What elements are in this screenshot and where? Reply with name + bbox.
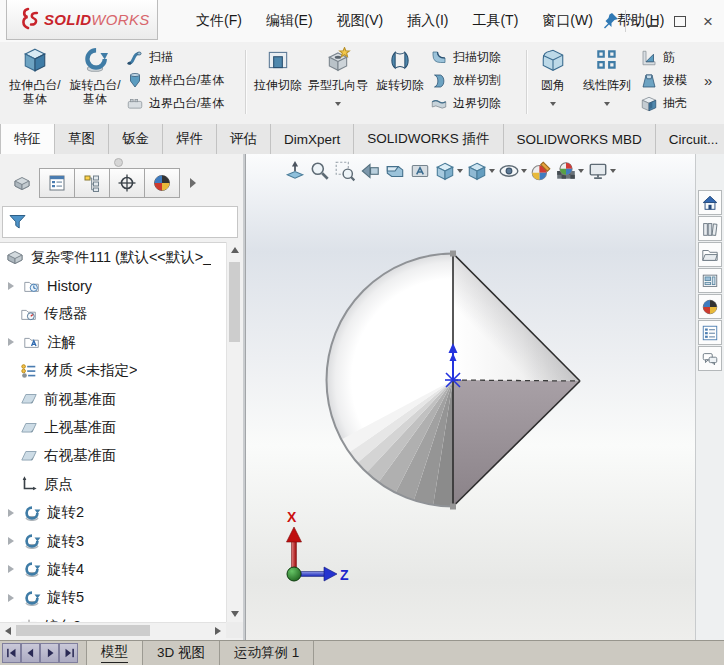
tree-item-origin[interactable]: 原点 [0,470,242,498]
view-palette-tab[interactable] [698,268,722,293]
displaymanager-tab[interactable] [144,168,180,198]
configurationmanager-tab[interactable] [74,168,110,198]
zoom-to-fit-icon[interactable] [284,160,306,182]
tab-dimxpert[interactable]: DimXpert [271,124,354,154]
section-view-icon[interactable] [384,160,406,182]
tab-features[interactable]: 特征 [0,124,55,154]
tree-item-right-plane[interactable]: 右视基准面 [0,442,242,470]
previous-sheet-button[interactable] [21,643,40,663]
extruded-cut-button[interactable]: 拉伸切除 [251,47,305,92]
revolved-boss-button[interactable]: 旋转凸台/基体 [66,47,124,106]
scrollbar-thumb[interactable] [16,625,150,636]
expand-arrow-icon[interactable] [8,509,14,517]
caret-down-icon[interactable] [630,19,636,23]
tree-item-sensors[interactable]: 传感器 [0,300,242,328]
scroll-down-arrow[interactable] [227,606,243,622]
tree-filter-input[interactable] [2,206,238,238]
boundary-cut-button[interactable]: 边界切除 [430,92,501,115]
menu-insert[interactable]: 插入(I) [395,12,460,30]
tree-item-revolve3[interactable]: 旋转3 [0,527,242,555]
scroll-right-arrow[interactable] [210,623,226,639]
chat-bubbles-icon [701,350,719,368]
menu-tools[interactable]: 工具(T) [460,12,530,30]
fillet-button[interactable]: 圆角 [531,47,575,110]
tab-sw-addins[interactable]: SOLIDWORKS 插件 [354,124,503,154]
featuremanager-tab[interactable] [4,168,40,198]
tab-circuitworks[interactable]: Circuit... [656,124,724,154]
loft-button[interactable]: 放样凸台/基体 [126,69,224,92]
maximize-button[interactable] [668,9,692,33]
graphics-viewport[interactable]: X Z [246,154,695,640]
tree-item-annotations[interactable]: 注解 [0,328,242,356]
tree-horizontal-scrollbar[interactable] [0,622,226,638]
tree-vertical-scrollbar[interactable] [226,242,242,622]
tab-sheet-metal[interactable]: 钣金 [109,124,163,154]
boundary-boss-button[interactable]: 边界凸台/基体 [126,92,224,115]
draft-button[interactable]: 拔模 [640,69,687,92]
ribbon-overflow-button[interactable]: » [704,72,712,89]
tree-item-front-plane[interactable]: 前视基准面 [0,385,242,413]
tree-item-root-part[interactable]: 复杂零件111 (默认<<默认>_ [0,243,242,271]
panel-expand-arrow[interactable] [190,178,196,188]
minimize-button[interactable] [640,9,664,33]
hole-wizard-button[interactable]: 异型孔向导 [305,47,371,110]
rib-button[interactable]: 筋 [640,46,687,69]
scroll-left-arrow[interactable] [0,623,16,639]
custom-properties-tab[interactable] [698,320,722,345]
zoom-to-area-icon[interactable] [309,160,331,182]
file-explorer-tab[interactable] [698,242,722,267]
last-sheet-button[interactable] [59,643,78,663]
annotation-view-icon[interactable] [409,160,431,182]
view-settings-button[interactable] [587,160,616,182]
tab-model[interactable]: 模型 [86,641,143,665]
scrollbar-thumb[interactable] [229,262,240,342]
apply-scene-button[interactable] [555,160,584,182]
menu-view[interactable]: 视图(V) [325,12,396,30]
shell-button[interactable]: 抽壳 [640,92,687,115]
design-library-tab[interactable] [698,216,722,241]
expand-arrow-icon[interactable] [8,565,14,573]
tab-sketch[interactable]: 草图 [55,124,109,154]
extruded-boss-button[interactable]: 拉伸凸台/基体 [6,47,64,106]
tree-item-history[interactable]: History [0,271,242,299]
tree-item-revolve4[interactable]: 旋转4 [0,555,242,583]
tab-3d-views[interactable]: 3D 视图 [143,641,220,665]
tree-item-top-plane[interactable]: 上视基准面 [0,413,242,441]
previous-view-icon[interactable] [359,160,381,182]
expand-arrow-icon[interactable] [8,282,14,290]
propertymanager-tab[interactable] [39,168,75,198]
hide-show-items-button[interactable] [498,160,527,182]
panel-splitter-handle[interactable] [114,158,123,167]
linear-pattern-button[interactable]: 线性阵列 [577,47,637,110]
tree-item-material[interactable]: 材质 <未指定> [0,357,242,385]
revolved-cut-button[interactable]: 旋转切除 [373,47,427,92]
pin-icon[interactable] [601,11,621,31]
tree-item-revolve5[interactable]: 旋转5 [0,584,242,612]
zoom-in-out-icon[interactable] [334,160,356,182]
next-sheet-button[interactable] [40,643,59,663]
display-style-button[interactable] [466,160,495,182]
expand-arrow-icon[interactable] [8,594,14,602]
menu-window[interactable]: 窗口(W) [530,12,605,30]
lofted-cut-button[interactable]: 放样切割 [430,69,501,92]
appearances-tab[interactable] [698,294,722,319]
menu-edit[interactable]: 编辑(E) [254,12,325,30]
swept-cut-button[interactable]: 扫描切除 [430,46,501,69]
view-orientation-button[interactable] [434,160,463,182]
tab-sw-mbd[interactable]: SOLIDWORKS MBD [504,124,656,154]
tree-item-revolve2[interactable]: 旋转2 [0,499,242,527]
tab-evaluate[interactable]: 评估 [217,124,271,154]
scroll-up-arrow[interactable] [227,242,243,258]
home-tab[interactable] [698,190,722,215]
tab-weldments[interactable]: 焊件 [163,124,217,154]
first-sheet-button[interactable] [2,643,21,663]
menu-file[interactable]: 文件(F) [184,12,254,30]
tab-motion-study[interactable]: 运动算例 1 [220,641,314,665]
expand-arrow-icon[interactable] [8,338,14,346]
sweep-button[interactable]: 扫描 [126,46,224,69]
forum-tab[interactable] [698,346,722,371]
close-button[interactable]: × [696,9,720,33]
expand-arrow-icon[interactable] [8,537,14,545]
edit-appearance-icon[interactable] [530,160,552,182]
dimxpertmanager-tab[interactable] [109,168,145,198]
